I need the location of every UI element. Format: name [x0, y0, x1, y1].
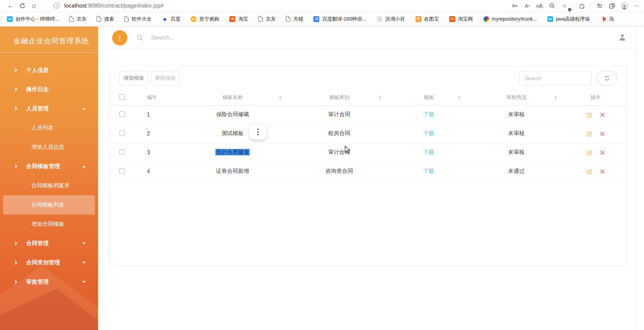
- app-title: 金融企业合同管理系统: [0, 26, 98, 52]
- edit-button[interactable]: [586, 112, 592, 118]
- download-link[interactable]: 下载: [423, 168, 434, 174]
- taobao-icon: 淘: [449, 16, 455, 22]
- site-info-icon[interactable]: i: [54, 3, 60, 9]
- bookmark-label: 搜索: [104, 16, 114, 22]
- bookmark-item[interactable]: 译百度翻译-200种语...: [313, 16, 366, 22]
- bookmark-item[interactable]: myrepository/trunk...: [483, 16, 537, 22]
- bookmark-item[interactable]: 创作中心 - 哔哩哔...: [7, 16, 59, 22]
- url-text[interactable]: localhost:8080/contract/page/index.jsp#: [64, 3, 164, 9]
- sort-icon[interactable]: [379, 96, 382, 100]
- app-header: [98, 26, 644, 49]
- bookmark-item[interactable]: java高级程序猿: [547, 16, 590, 22]
- table-row: 2测试模板租房合同下载未审核: [110, 124, 626, 143]
- baidu-translate-icon: 译: [313, 16, 319, 22]
- select-all-checkbox[interactable]: [119, 94, 125, 100]
- sidebar: 金融企业合同管理系统 个人信息操作日志人员管理人员列表增加人员信息合同模板管理合…: [0, 26, 98, 330]
- bookmark-item[interactable]: 京东: [69, 16, 86, 22]
- translate-icon[interactable]: aあ: [535, 1, 545, 11]
- add-template-button[interactable]: 增加模板: [119, 71, 148, 85]
- column-header-模板类别[interactable]: 模板类别: [289, 90, 389, 105]
- profile-avatar[interactable]: [619, 1, 630, 11]
- edit-button[interactable]: [586, 150, 592, 156]
- row-checkbox[interactable]: [119, 111, 125, 117]
- delete-button[interactable]: [600, 150, 605, 155]
- refresh-button[interactable]: [597, 71, 617, 85]
- row-checkbox[interactable]: [119, 168, 125, 174]
- row-checkbox[interactable]: [119, 149, 125, 155]
- sidebar-item-合同模板档案库[interactable]: 合同模板档案库: [0, 176, 98, 195]
- bookmark-item[interactable]: 京东: [258, 16, 276, 22]
- sidebar-item-增加合同模板[interactable]: 增加合同模板: [0, 214, 98, 234]
- row-select-cell: [110, 162, 135, 181]
- tab-groups-icon[interactable]: [607, 1, 617, 11]
- extensions-icon[interactable]: [577, 1, 587, 11]
- bookmark-item[interactable]: 淘淘宝: [229, 16, 248, 22]
- download-link[interactable]: 下载: [423, 130, 434, 136]
- column-header-模板[interactable]: 模板: [389, 90, 468, 105]
- operations-group: [565, 150, 626, 156]
- caret-up-icon: [82, 108, 86, 110]
- bookmark-item[interactable]: ♣百度: [162, 16, 180, 22]
- back-icon[interactable]: ←: [5, 1, 17, 11]
- password-key-icon[interactable]: [510, 1, 520, 11]
- bookmark-item[interactable]: 鸟: [600, 16, 614, 22]
- address-bar[interactable]: i localhost:8080/contract/page/index.jsp…: [54, 1, 510, 11]
- column-header-审核情况[interactable]: 审核情况: [468, 90, 565, 105]
- bookmark-item[interactable]: 苏宁易购: [191, 16, 219, 22]
- download-link[interactable]: 下载: [423, 111, 434, 117]
- operations-group: [565, 112, 626, 118]
- sidebar-item-人员列表[interactable]: 人员列表: [0, 118, 98, 138]
- row-checkbox[interactable]: [119, 130, 125, 136]
- sidebar-item-合同模板管理[interactable]: 合同模板管理: [0, 157, 98, 176]
- delete-button[interactable]: [600, 112, 605, 117]
- sidebar-item-合同类别管理[interactable]: 合同类别管理: [0, 253, 98, 272]
- sidebar-item-操作日志[interactable]: 操作日志: [0, 80, 98, 99]
- chevron-right-icon: [13, 87, 17, 91]
- sort-icon[interactable]: [279, 96, 282, 100]
- bookmark-item[interactable]: 淘淘宝网: [449, 16, 473, 22]
- templates-table: 编号模板名称模板类别模板审核情况操作 1保险合同修噶审计合同下载未审核2测试模板…: [110, 90, 626, 181]
- sidebar-item-合同管理[interactable]: 合同管理: [0, 234, 98, 253]
- column-header-编号: 编号: [135, 90, 176, 105]
- sidebar-item-审批管理[interactable]: 审批管理: [0, 272, 98, 292]
- bookmark-item[interactable]: 软件大全: [124, 16, 151, 22]
- read-aloud-icon[interactable]: A»: [522, 1, 533, 11]
- page-scrollbar[interactable]: [636, 26, 644, 330]
- operations-group: [565, 131, 626, 137]
- sidebar-item-个人信息[interactable]: 个人信息: [0, 60, 98, 80]
- bookmark-item[interactable]: 天猫: [286, 16, 303, 22]
- delete-template-button[interactable]: 删除模板: [151, 71, 180, 85]
- download-link[interactable]: 下载: [423, 149, 434, 155]
- table-search-input[interactable]: [519, 71, 592, 85]
- bookmark-item[interactable]: ≈洪湖小肖: [377, 16, 405, 22]
- refresh-icon[interactable]: [17, 1, 28, 11]
- delete-button[interactable]: [600, 169, 605, 174]
- edit-button[interactable]: [586, 131, 592, 137]
- row-context-menu-button[interactable]: [249, 124, 267, 140]
- sidebar-item-人员管理[interactable]: 人员管理: [0, 99, 98, 118]
- sort-icon[interactable]: [458, 96, 461, 100]
- cell-audit-status: 未审核: [468, 124, 565, 143]
- cell-template-download: 下载: [389, 124, 468, 143]
- sidebar-menu: 个人信息操作日志人员管理人员列表增加人员信息合同模板管理合同模板档案库合同模板列…: [0, 53, 98, 292]
- sidebar-toggle-button[interactable]: [112, 30, 127, 45]
- favorite-add-icon[interactable]: ☆+: [559, 1, 570, 11]
- bilibili-icon: [7, 16, 13, 22]
- browser-menu-icon[interactable]: ···: [632, 1, 642, 11]
- sidebar-item-label: 合同管理: [26, 240, 49, 247]
- home-icon[interactable]: ⌂: [28, 1, 40, 11]
- sidebar-item-合同模板列表[interactable]: 合同模板列表: [3, 195, 95, 214]
- sort-icon[interactable]: [554, 96, 557, 100]
- browser-window: ← ⌂ i localhost:8080/contract/page/index…: [0, 0, 644, 330]
- header-search-input[interactable]: [151, 34, 296, 41]
- bookmark-item[interactable]: 搜索: [97, 16, 114, 22]
- zoom-out-icon[interactable]: [547, 1, 557, 11]
- bookmark-label: 百度: [170, 16, 180, 22]
- column-header-模板名称[interactable]: 模板名称: [176, 90, 289, 105]
- collections-icon[interactable]: [594, 1, 605, 11]
- user-icon[interactable]: [619, 33, 626, 42]
- sidebar-item-增加人员信息[interactable]: 增加人员信息: [0, 138, 98, 157]
- bookmark-item[interactable]: 图改图宝: [416, 16, 439, 22]
- edit-button[interactable]: [586, 168, 592, 175]
- delete-button[interactable]: [600, 131, 605, 136]
